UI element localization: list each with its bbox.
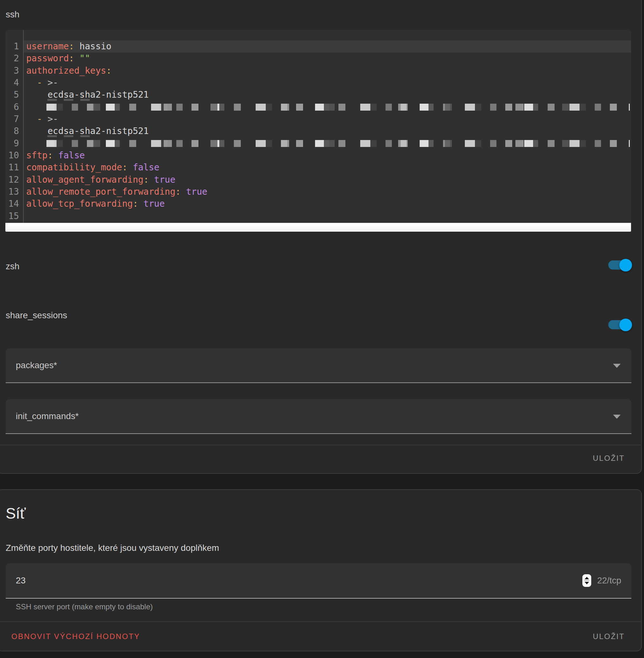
- redacted-key-blur: [46, 104, 630, 111]
- save-config-button[interactable]: ULOŽIT: [593, 453, 625, 463]
- code-line: - >-: [24, 113, 631, 125]
- code-line: - >-: [24, 77, 631, 89]
- dropdown-init-commands[interactable]: init_commands*: [6, 399, 631, 434]
- chevron-down-icon: [613, 364, 621, 368]
- port-input-value: 23: [16, 563, 26, 598]
- toggle-label-share-sessions: share_sessions: [6, 310, 67, 321]
- editor-gutter: 123456789101112131415: [5, 30, 24, 223]
- ssh-port-input[interactable]: 23 22/tcp: [6, 563, 631, 598]
- network-title: Síť: [6, 504, 26, 523]
- chevron-down-icon: [584, 582, 589, 584]
- line-number: 1: [5, 41, 23, 52]
- chevron-up-icon: [584, 577, 589, 579]
- code-line: allow_agent_forwarding: true: [24, 174, 631, 186]
- line-number: 10: [5, 150, 23, 161]
- line-number: 12: [5, 174, 23, 186]
- stepper-divider: [584, 580, 589, 581]
- addon-config-card: ssh 123456789101112131415 username: hass…: [0, 0, 642, 474]
- line-number: 4: [5, 77, 23, 89]
- dropdown-label: packages*: [16, 348, 57, 382]
- reset-defaults-button[interactable]: OBNOVIT VÝCHOZÍ HODNOTY: [12, 632, 140, 641]
- code-line: authorized_keys:: [24, 65, 631, 77]
- port-helper-text: SSH server port (make empty to disable): [16, 603, 153, 611]
- chevron-down-icon: [613, 415, 621, 419]
- line-number: 9: [5, 137, 23, 150]
- card-divider: [0, 445, 641, 445]
- redacted-blur-edge: [47, 135, 95, 137]
- line-number: 15: [5, 210, 23, 222]
- line-number: 2: [5, 52, 23, 65]
- redacted-blur-edge: [47, 99, 95, 101]
- toggle-knob: [619, 319, 632, 331]
- number-stepper-icon[interactable]: [582, 574, 591, 587]
- line-number: 13: [5, 186, 23, 198]
- line-number: 11: [5, 161, 23, 174]
- code-line: username: hassio: [24, 41, 631, 52]
- editor-horizontal-scrollbar[interactable]: [5, 223, 631, 232]
- port-mapping-label: 22/tcp: [597, 575, 621, 586]
- code-line: sftp: false: [24, 150, 631, 161]
- save-network-button[interactable]: ULOŽIT: [593, 632, 625, 641]
- line-number: 14: [5, 198, 23, 210]
- toggle-zsh[interactable]: [608, 260, 631, 270]
- code-line: [24, 137, 631, 150]
- editor-field-label: ssh: [6, 9, 20, 20]
- line-number: 8: [5, 125, 23, 137]
- card-divider: [0, 621, 641, 622]
- port-input-suffix: 22/tcp: [582, 563, 621, 598]
- code-line: ecdsa-sha2-nistp521: [24, 125, 631, 137]
- network-card: Síť Změňte porty hostitele, které jsou v…: [0, 489, 642, 651]
- line-number: 7: [5, 113, 23, 125]
- dropdown-label: init_commands*: [16, 399, 79, 433]
- toggle-knob: [619, 259, 632, 271]
- code-line: [24, 101, 631, 113]
- code-line: allow_tcp_forwarding: true: [24, 198, 631, 210]
- code-line: allow_remote_port_forwarding: true: [24, 186, 631, 198]
- line-number: 3: [5, 65, 23, 77]
- code-line: ecdsa-sha2-nistp521: [24, 89, 631, 101]
- network-subtitle: Změňte porty hostitele, které jsou vysta…: [6, 543, 219, 553]
- toggle-label-zsh: zsh: [6, 261, 20, 272]
- code-line: [24, 210, 631, 222]
- line-number: 5: [5, 89, 23, 101]
- code-line: compatibility_mode: false: [24, 161, 631, 174]
- editor-code: username: hassiopassword: ""authorized_k…: [24, 30, 631, 223]
- line-number: 6: [5, 101, 23, 113]
- toggle-share-sessions[interactable]: [608, 320, 631, 329]
- code-line: password: "": [24, 52, 631, 65]
- dropdown-packages[interactable]: packages*: [6, 348, 631, 383]
- yaml-editor[interactable]: 123456789101112131415 username: hassiopa…: [5, 30, 631, 223]
- redacted-key-blur: [46, 140, 630, 147]
